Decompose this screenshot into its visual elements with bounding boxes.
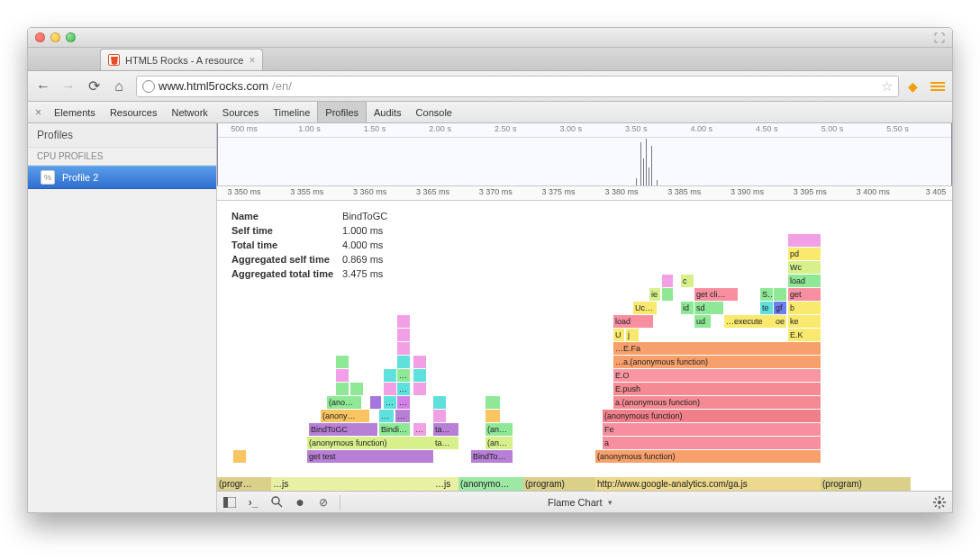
flame-block[interactable]: id [681,302,694,314]
flame-base-block[interactable]: (progr… [217,477,271,491]
settings-gear-icon[interactable] [932,495,947,510]
flame-block[interactable]: …E.Fa [613,342,821,355]
flame-block[interactable]: Wc [788,261,821,274]
devtools-tab-audits[interactable]: Audits [367,102,409,122]
flame-block[interactable]: E.K [788,329,821,341]
flame-block[interactable]: U [613,329,624,341]
flame-block[interactable]: (anonymous function) [595,450,821,463]
flame-block[interactable] [433,396,446,409]
flame-block[interactable] [336,383,349,395]
profile-list-item[interactable]: % Profile 2 [28,166,216,189]
flame-block[interactable]: a [603,437,821,449]
flame-base-block[interactable]: …js [271,477,433,491]
flame-block[interactable]: ta… [433,437,458,449]
flame-block[interactable] [397,329,410,341]
close-devtools-icon[interactable]: × [35,106,41,119]
flame-block[interactable]: BindTo… [471,450,513,463]
extension-icon[interactable]: ◆ [908,79,921,93]
flame-block[interactable]: pd [788,248,821,260]
flame-block[interactable]: (ano… [327,396,361,409]
flame-block[interactable]: (anonymous function) [307,437,433,449]
flame-block[interactable]: … [397,396,410,409]
flame-block[interactable] [397,315,410,328]
flame-block[interactable]: load [788,275,821,287]
flame-block[interactable]: j [626,329,639,341]
flame-block[interactable] [485,396,500,409]
console-icon[interactable]: ›_ [246,495,260,510]
flame-block[interactable]: te [760,302,773,314]
flame-block[interactable] [350,383,363,395]
flame-block[interactable]: (ano… [485,437,513,449]
flame-block[interactable]: gf [774,302,786,314]
flame-block[interactable]: … [397,369,410,382]
flame-block[interactable] [384,383,396,395]
dock-icon[interactable] [222,495,237,510]
flame-block[interactable] [662,288,673,301]
address-bar[interactable]: www.html5rocks.com/en/ ☆ [136,76,899,97]
home-button[interactable]: ⌂ [111,78,127,95]
flame-block[interactable]: a.(anonymous function) [613,396,821,409]
clear-icon[interactable]: ⊘ [316,495,331,510]
flame-block[interactable] [370,396,381,409]
flame-block[interactable]: get [788,288,821,301]
record-icon[interactable]: ● [293,495,307,510]
flame-block[interactable] [397,342,410,355]
flame-block[interactable]: get test [307,450,433,463]
hamburger-menu-icon[interactable] [930,79,945,94]
devtools-tab-network[interactable]: Network [164,102,214,122]
forward-button[interactable]: → [60,78,77,95]
flame-block[interactable]: Fe [603,423,821,436]
flame-block[interactable] [485,410,500,422]
flame-block[interactable]: get cli… [694,288,738,301]
flame-block[interactable] [433,410,446,422]
reload-button[interactable]: ⟳ [86,78,102,95]
flame-base-block[interactable]: (program) [523,477,595,491]
fullscreen-icon[interactable] [934,32,945,43]
flame-block[interactable] [788,234,821,247]
devtools-tab-elements[interactable]: Elements [47,102,103,122]
flame-base-block[interactable]: …js [433,477,458,491]
devtools-tab-resources[interactable]: Resources [103,102,165,122]
flame-block[interactable] [336,356,349,368]
flame-base-block[interactable]: (program) [821,477,911,491]
view-mode-select[interactable]: Flame Chart [548,497,612,508]
zoom-window-icon[interactable] [66,32,76,42]
flame-block[interactable]: … [395,410,410,422]
bookmark-star-icon[interactable]: ☆ [881,78,893,95]
flame-block[interactable]: … [384,396,396,409]
flame-block[interactable]: … [379,410,394,422]
flame-block[interactable]: BindToGC [309,423,377,436]
flame-block[interactable] [774,288,786,301]
close-window-icon[interactable] [35,32,45,42]
flame-block[interactable]: load [613,315,653,328]
flame-base-block[interactable]: (anonymo… [458,477,523,491]
flame-block[interactable]: (an… [485,423,513,436]
close-tab-icon[interactable]: × [249,54,255,67]
overview-timeline[interactable]: 500 ms1.00 s1.50 s2.00 s2.50 s3.00 s3.50… [217,123,952,186]
flame-block[interactable]: Bindi… [379,423,410,436]
flame-block[interactable]: b [788,302,821,314]
flame-block[interactable] [384,369,396,382]
flame-block[interactable]: c [681,275,694,287]
flame-block[interactable]: …execute [724,315,776,328]
flame-block[interactable] [413,383,426,395]
devtools-tab-sources[interactable]: Sources [215,102,266,122]
flame-block[interactable]: ud [694,315,711,328]
flame-block[interactable] [662,275,673,287]
flame-block[interactable]: ie [649,288,660,301]
flame-block[interactable] [711,302,723,314]
browser-tab[interactable]: HTML5 Rocks - A resource × [100,49,263,70]
flame-block[interactable] [397,356,410,368]
back-button[interactable]: ← [35,78,51,95]
flame-block[interactable] [336,369,349,382]
search-icon[interactable] [269,495,284,510]
flame-block[interactable]: (anonymous function) [603,410,821,422]
flame-block[interactable]: E.push [613,383,821,395]
flame-block[interactable]: … [413,423,426,436]
flame-base-block[interactable]: http://www.google-analytics.com/ga.js [595,477,821,491]
flame-block[interactable]: ta… [433,423,458,436]
flame-block[interactable] [413,369,426,382]
flame-block[interactable]: Uc… [633,302,657,314]
flame-chart[interactable]: NameBindToGCSelf time1.000 msTotal time4… [217,201,952,491]
devtools-tab-profiles[interactable]: Profiles [317,102,367,122]
